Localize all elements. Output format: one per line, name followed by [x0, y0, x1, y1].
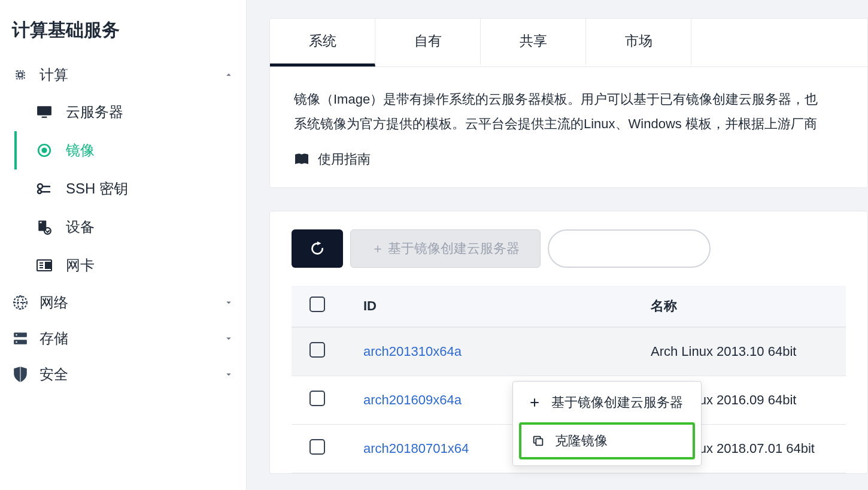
- info-panel: 系统 自有 共享 市场 镜像（Image）是带有操作系统的云服务器模板。用户可以…: [269, 18, 868, 188]
- usage-guide-link[interactable]: 使用指南: [270, 142, 867, 187]
- disc-icon: [36, 142, 53, 159]
- nav-item-label: 网卡: [66, 256, 95, 275]
- svg-rect-2: [37, 106, 51, 115]
- book-icon: [294, 153, 309, 165]
- chevron-up-icon: [223, 69, 234, 80]
- nav-item-label: 云服务器: [66, 102, 123, 122]
- nav-item-ssh-key[interactable]: SSH 密钥: [14, 170, 246, 208]
- row-checkbox[interactable]: [309, 391, 325, 406]
- chevron-down-icon: [223, 297, 234, 308]
- svg-rect-27: [536, 438, 542, 445]
- svg-rect-0: [17, 71, 25, 79]
- guide-label: 使用指南: [318, 150, 371, 168]
- storage-icon: [12, 330, 29, 347]
- svg-rect-7: [42, 186, 50, 187]
- nav-item-label: SSH 密钥: [66, 179, 128, 198]
- svg-point-5: [43, 149, 47, 153]
- table-header: ID 名称: [292, 286, 846, 328]
- globe-icon: [12, 294, 29, 311]
- row-checkbox[interactable]: [309, 439, 325, 455]
- desc-line: 镜像（Image）是带有操作系统的云服务器模板。用户可以基于已有镜像创建云服务器…: [294, 87, 843, 112]
- header-name: 名称: [651, 297, 828, 315]
- header-id: ID: [363, 298, 651, 314]
- svg-rect-9: [41, 191, 50, 193]
- button-label: ＋ 基于镜像创建云服务器: [371, 240, 520, 258]
- create-from-image-button[interactable]: ＋ 基于镜像创建云服务器: [350, 229, 541, 268]
- nav-item-label: 设备: [66, 217, 95, 237]
- svg-point-24: [16, 341, 17, 343]
- plus-icon: [526, 397, 543, 409]
- svg-rect-3: [42, 117, 47, 118]
- tab-shared[interactable]: 共享: [481, 19, 586, 66]
- sidebar: 计算基础服务 计算 云服务器 镜像 SSH 密钥: [0, 0, 247, 490]
- nav-group-compute[interactable]: 计算: [0, 57, 246, 93]
- nav-group-label: 计算: [40, 65, 68, 84]
- nav-group-network[interactable]: 网络: [0, 285, 246, 320]
- svg-rect-11: [40, 222, 41, 223]
- row-id[interactable]: arch201310x64a: [363, 344, 651, 359]
- nav-group-label: 网络: [40, 293, 68, 312]
- nav-item-image[interactable]: 镜像: [14, 131, 246, 170]
- copy-icon: [530, 434, 547, 447]
- chevron-down-icon: [223, 369, 234, 380]
- context-menu: 基于镜像创建云服务器 克隆镜像: [512, 381, 702, 466]
- chevron-down-icon: [223, 333, 234, 344]
- ctx-label: 基于镜像创建云服务器: [551, 394, 683, 412]
- tab-market[interactable]: 市场: [586, 19, 691, 66]
- nav-sub-compute: 云服务器 镜像 SSH 密钥 设备 网卡: [0, 93, 246, 285]
- nav-group-security[interactable]: 安全: [0, 356, 246, 392]
- tab-owned[interactable]: 自有: [375, 19, 481, 66]
- nav-group-label: 安全: [40, 365, 68, 384]
- shield-icon: [12, 366, 29, 383]
- nic-icon: [36, 257, 53, 274]
- nav-item-cloud-server[interactable]: 云服务器: [14, 93, 246, 131]
- description-text: 镜像（Image）是带有操作系统的云服务器模板。用户可以基于已有镜像创建云服务器…: [270, 67, 867, 142]
- monitor-icon: [36, 104, 53, 120]
- svg-rect-17: [45, 262, 50, 268]
- sidebar-title: 计算基础服务: [0, 18, 246, 57]
- refresh-button[interactable]: [292, 229, 343, 268]
- nav-item-device[interactable]: 设备: [14, 208, 246, 246]
- row-checkbox[interactable]: [309, 342, 325, 358]
- svg-point-6: [38, 184, 43, 189]
- nav-group-label: 存储: [40, 329, 68, 348]
- ctx-clone-image[interactable]: 克隆镜像: [519, 422, 695, 459]
- header-checkbox-col: [309, 297, 363, 316]
- cpu-icon: [12, 66, 29, 83]
- nav-group-storage[interactable]: 存储: [0, 320, 246, 356]
- select-all-checkbox[interactable]: [309, 297, 325, 312]
- nav-item-label: 镜像: [66, 141, 95, 160]
- main-content: 系统 自有 共享 市场 镜像（Image）是带有操作系统的云服务器模板。用户可以…: [247, 0, 868, 490]
- toolbar: ＋ 基于镜像创建云服务器: [270, 211, 867, 286]
- desc-line: 系统镜像为官方提供的模板。云平台会提供主流的Linux、Windows 模板，并…: [294, 112, 843, 137]
- tab-system[interactable]: 系统: [270, 19, 375, 66]
- key-icon: [36, 180, 53, 197]
- svg-point-23: [16, 334, 17, 336]
- svg-rect-1: [19, 73, 23, 77]
- table-row[interactable]: arch201310x64a Arch Linux 2013.10 64bit: [292, 328, 846, 376]
- row-name: Arch Linux 2013.10 64bit: [651, 344, 828, 359]
- nav-item-nic[interactable]: 网卡: [14, 246, 246, 285]
- ctx-label: 克隆镜像: [555, 432, 608, 450]
- tabs: 系统 自有 共享 市场: [270, 19, 867, 67]
- ctx-create-server[interactable]: 基于镜像创建云服务器: [513, 385, 701, 420]
- refresh-icon: [309, 241, 325, 256]
- search-input[interactable]: [548, 229, 711, 268]
- device-icon: [36, 219, 53, 235]
